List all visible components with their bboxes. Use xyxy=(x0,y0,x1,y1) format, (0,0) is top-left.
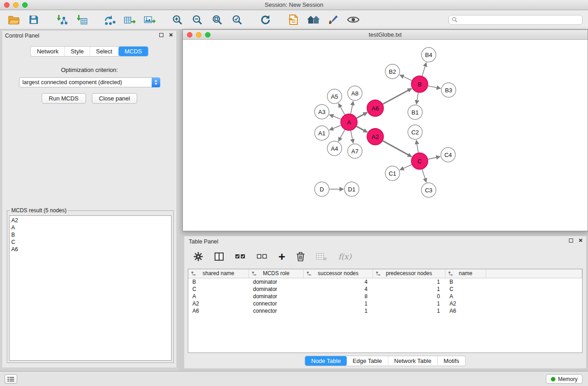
tab-select[interactable]: Select xyxy=(90,47,119,56)
node-C3[interactable]: C3 xyxy=(421,183,436,197)
tab-motifs[interactable]: Motifs xyxy=(438,356,465,366)
node-B4[interactable]: B4 xyxy=(421,48,436,62)
node-C4[interactable]: C4 xyxy=(441,148,455,162)
node-A2[interactable]: A2 xyxy=(367,129,383,145)
node-C1[interactable]: C1 xyxy=(385,166,400,181)
table-row[interactable]: Bdominator41B xyxy=(188,278,582,286)
import-network-button[interactable] xyxy=(53,12,70,28)
table-row[interactable]: Adominator80A xyxy=(188,293,582,300)
column-header[interactable]: shared name xyxy=(188,269,249,278)
tab-network-table[interactable]: Network Table xyxy=(388,356,438,366)
float-table-panel-icon[interactable] xyxy=(569,238,573,243)
result-item[interactable]: B xyxy=(11,231,169,238)
table-settings-button[interactable] xyxy=(193,252,203,262)
edge-A-A2[interactable] xyxy=(357,126,368,132)
add-column-button[interactable]: + xyxy=(278,252,285,262)
search-field[interactable] xyxy=(449,15,583,25)
style-button[interactable] xyxy=(325,12,341,28)
zoom-fit-button[interactable] xyxy=(209,12,225,28)
node-B2[interactable]: B2 xyxy=(385,64,400,79)
edge-A-A3[interactable] xyxy=(330,114,341,119)
export-network-button[interactable] xyxy=(101,12,118,28)
home-button[interactable] xyxy=(305,12,321,28)
network-canvas[interactable]: B4B2BB3A5A8A6B1A3AC2A1A2A4A7C4C1CC3DD1 xyxy=(183,40,588,231)
apply-layout-button[interactable] xyxy=(257,12,273,28)
node-D[interactable]: D xyxy=(315,182,329,196)
result-item[interactable]: A xyxy=(11,224,169,231)
node-A6[interactable]: A6 xyxy=(367,100,383,116)
node-A4[interactable]: A4 xyxy=(327,141,342,156)
tab-style[interactable]: Style xyxy=(65,47,90,56)
edge-B-B3[interactable] xyxy=(428,86,441,89)
node-D1[interactable]: D1 xyxy=(344,182,359,196)
table-row[interactable]: Cdominator41C xyxy=(188,286,582,293)
edge-A-A4[interactable] xyxy=(339,130,345,142)
export-image-button[interactable] xyxy=(141,12,158,28)
memory-button[interactable]: Memory xyxy=(546,374,583,384)
result-item[interactable]: A2 xyxy=(11,217,169,224)
network-window-titlebar[interactable]: testGlobe.txt xyxy=(183,30,588,40)
node-C2[interactable]: C2 xyxy=(408,125,422,139)
edge-A-A5[interactable] xyxy=(339,104,345,115)
tab-network[interactable]: Network xyxy=(31,47,65,56)
table-row[interactable]: A6connector11A6 xyxy=(188,307,582,315)
open-file-button[interactable] xyxy=(5,12,22,28)
node-C[interactable]: C xyxy=(411,153,428,169)
run-mcds-button[interactable]: Run MCDS xyxy=(42,93,86,104)
tab-edge-table[interactable]: Edge Table xyxy=(347,356,388,366)
task-history-button[interactable] xyxy=(5,374,17,384)
node-B[interactable]: B xyxy=(411,76,428,92)
table-row[interactable]: A2connector11A2 xyxy=(188,300,582,307)
open-network-file-button[interactable] xyxy=(285,12,301,28)
mcds-result-list[interactable]: A2ABCA6 xyxy=(9,215,172,361)
delete-column-button[interactable] xyxy=(296,252,305,262)
import-table-button[interactable] xyxy=(73,12,90,28)
edge-B-B4[interactable] xyxy=(422,62,426,76)
network-svg[interactable]: B4B2BB3A5A8A6B1A3AC2A1A2A4A7C4C1CC3DD1 xyxy=(183,40,588,231)
edge-A-A6[interactable] xyxy=(357,112,368,118)
select-all-button[interactable] xyxy=(235,253,246,261)
zoom-in-button[interactable] xyxy=(169,12,186,28)
optimization-dropdown[interactable]: largest connected component (directed) xyxy=(19,77,160,87)
node-A3[interactable]: A3 xyxy=(315,105,329,119)
column-header[interactable]: predecessor nodes xyxy=(373,269,445,278)
zoom-selected-button[interactable] xyxy=(229,12,245,28)
tab-node-table[interactable]: Node Table xyxy=(305,356,347,366)
edge-B-B2[interactable] xyxy=(400,75,411,81)
edge-A2-C[interactable] xyxy=(383,141,412,157)
edge-A-A1[interactable] xyxy=(330,125,341,130)
node-A8[interactable]: A8 xyxy=(348,86,362,100)
close-table-panel-icon[interactable]: × xyxy=(578,238,583,243)
column-header[interactable]: successor nodes xyxy=(304,269,373,278)
node-A7[interactable]: A7 xyxy=(348,144,362,158)
column-header[interactable]: MCDS role xyxy=(249,269,304,278)
close-panel-icon[interactable]: × xyxy=(169,32,173,38)
result-item[interactable]: C xyxy=(11,238,169,246)
node-A[interactable]: A xyxy=(341,114,357,130)
edge-A-A7[interactable] xyxy=(351,131,354,143)
close-panel-button[interactable]: Close panel xyxy=(92,93,138,104)
delete-table-button[interactable] xyxy=(316,252,327,261)
edge-A-A8[interactable] xyxy=(351,101,354,114)
edge-C-C2[interactable] xyxy=(416,140,418,152)
show-columns-button[interactable] xyxy=(214,252,224,261)
node-table[interactable]: shared nameMCDS rolesuccessor nodesprede… xyxy=(188,269,583,353)
edge-C-C4[interactable] xyxy=(428,157,440,159)
node-A5[interactable]: A5 xyxy=(327,89,342,104)
edge-A6-B[interactable] xyxy=(383,89,412,104)
zoom-out-button[interactable] xyxy=(189,12,206,28)
edge-C-C1[interactable] xyxy=(400,165,411,170)
node-A1[interactable]: A1 xyxy=(315,126,329,140)
export-table-button[interactable] xyxy=(121,12,138,28)
node-B3[interactable]: B3 xyxy=(441,83,456,97)
float-panel-icon[interactable] xyxy=(159,33,163,37)
edge-C-C3[interactable] xyxy=(422,169,426,182)
show-graphics-button[interactable] xyxy=(345,12,361,28)
column-header[interactable]: name xyxy=(445,269,486,278)
function-builder-button[interactable]: f(x) xyxy=(338,252,351,261)
deselect-all-button[interactable] xyxy=(257,253,268,261)
edge-B-B1[interactable] xyxy=(416,93,418,104)
save-session-button[interactable] xyxy=(25,12,42,28)
tab-mcds[interactable]: MCDS xyxy=(119,47,148,56)
search-input[interactable] xyxy=(460,17,579,23)
